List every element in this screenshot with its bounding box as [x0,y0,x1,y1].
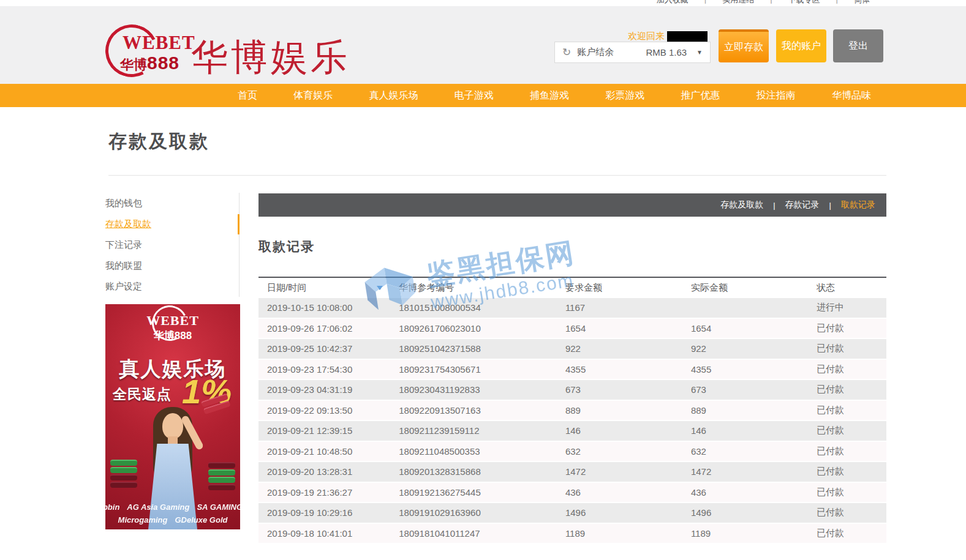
table-cell: 1654 [557,323,682,334]
table-row: 2019-09-25 10:42:37180925104237158892292… [258,339,886,360]
table-cell: 1167 [557,302,682,313]
balance-box[interactable]: ↻ 账户结余 RMB 1.63 ▼ [554,42,711,63]
main-nav: 首页体育娱乐真人娱乐场电子游戏捕鱼游戏彩票游戏推广优惠投注指南华博品味 [0,84,966,107]
sidebar-item[interactable]: 我的钱包 [105,193,239,214]
logo-brand-text: WEBET [123,32,195,54]
table-body: 2019-10-15 10:08:0018101510080005341167进… [258,298,886,544]
topbar-link[interactable]: 加入收藏 [657,0,689,6]
table-cell: 632 [557,446,682,457]
table-cell: 已付款 [808,466,886,477]
table-cell: 已付款 [808,323,886,334]
topbar: 加入收藏|实用连结|下载专区|简体 [0,0,966,6]
nav-item[interactable]: 首页 [238,89,257,102]
table-cell: 146 [557,425,682,436]
banner-subline: 全民返点 [113,385,172,404]
sidebar-item[interactable]: 下注记录 [105,234,239,255]
table-cell: 922 [682,343,808,354]
table-cell: 已付款 [808,425,886,436]
tab-separator: | [773,201,775,210]
nav-item[interactable]: 捕鱼游戏 [530,89,569,102]
main-nav-items: 首页体育娱乐真人娱乐场电子游戏捕鱼游戏彩票游戏推广优惠投注指南华博品味 [238,84,871,107]
table-cell: 1809211048500353 [390,446,557,457]
record-tab[interactable]: 存款及取款 [720,200,763,211]
header-reference[interactable]: 华博参考编号 [390,282,557,294]
my-account-button[interactable]: 我的账户 [776,29,826,62]
table-row: 2019-09-22 09:13:50180922091350716388988… [258,401,886,422]
table-cell: 889 [557,405,682,416]
nav-item[interactable]: 体育娱乐 [293,89,333,102]
table-row: 2019-09-26 17:06:02180926170602301016541… [258,319,886,340]
nav-item[interactable]: 推广优惠 [681,89,720,102]
table-row: 2019-09-23 17:54:30180923175430567143554… [258,360,886,381]
logo-site-name: 华博娱乐 [191,33,350,83]
topbar-separator: | [836,0,838,6]
table-cell: 已付款 [808,528,886,539]
table-cell: 2019-09-20 13:28:31 [258,466,390,477]
table-row: 2019-09-20 13:28:31180920132831586814721… [258,462,886,483]
table-row: 2019-09-18 10:41:01180918104101124711891… [258,524,886,545]
banner-provider-logos: bbinAG Asia GamingSA GAMING MicrogamingG… [105,499,240,525]
promo-banner[interactable]: WEBET 华博888 真人娱乐场 全民返点 1% bbinAG Asia Ga… [105,304,240,529]
nav-item[interactable]: 华博品味 [832,89,871,102]
table-cell: 1810151008000534 [390,302,557,313]
topbar-link[interactable]: 简体 [854,0,870,6]
topbar-link[interactable]: 实用连结 [722,0,754,6]
table-cell: 1472 [557,466,682,477]
table-cell: 1809181041011247 [390,528,557,539]
header-actual-amount[interactable]: 实际金额 [682,282,808,294]
record-tab[interactable]: 存款记录 [785,200,820,211]
table-cell: 4355 [682,364,808,375]
table-row: 2019-10-15 10:08:0018101510080005341167进… [258,298,886,319]
table-cell: 4355 [557,364,682,375]
banner-brand-sub: 华博888 [105,329,240,343]
topbar-links: 加入收藏|实用连结|下载专区|简体 [657,0,870,6]
topbar-separator: | [704,0,706,6]
sort-desc-icon[interactable] [377,286,383,290]
table-cell: 436 [557,487,682,498]
sidebar-item[interactable]: 我的联盟 [105,255,239,276]
sidebar-item[interactable]: 账户设定 [105,276,239,297]
brand-logo[interactable]: WEBET 华博888 华博娱乐 [104,17,361,78]
topbar-link[interactable]: 下载专区 [788,0,820,6]
header-date[interactable]: 日期/时间 [258,282,390,294]
sidebar-border [239,193,240,297]
sidebar-item[interactable]: 存款及取款 [105,214,239,234]
table-cell: 1809220913507163 [390,405,557,416]
logout-button[interactable]: 登出 [833,29,883,62]
table-header-row: 日期/时间 华博参考编号 要求金额 实际金额 状态 [258,277,886,298]
site-header: WEBET 华博888 华博娱乐 欢迎回来！ ↻ 账户结余 RMB 1.63 ▼… [0,6,966,84]
title-divider [108,175,886,176]
table-cell: 进行中 [808,302,886,313]
chevron-down-icon[interactable]: ▼ [696,49,703,56]
table-cell: 已付款 [808,487,886,498]
table-cell: 已付款 [808,384,886,395]
header-status[interactable]: 状态 [808,282,886,294]
banner-logos-row2: MicrogamingGDeluxe Gold [105,515,240,525]
table-cell: 已付款 [808,364,886,375]
tab-separator: | [829,201,831,210]
refresh-icon[interactable]: ↻ [562,46,571,59]
banner-brand-text: WEBET [105,313,240,329]
banner-logos-row1: bbinAG Asia GamingSA GAMING [105,502,240,512]
table-cell: 2019-09-19 21:36:27 [258,487,390,498]
username-redacted [667,31,708,42]
table-cell: 922 [557,343,682,354]
model-face [162,413,183,439]
nav-item[interactable]: 投注指南 [757,89,796,102]
deposit-button[interactable]: 立即存款 [719,29,769,62]
table-cell: 2019-09-21 10:48:50 [258,446,390,457]
provider-logo: GDeluxe Gold [175,515,227,525]
table-cell: 1496 [557,507,682,518]
nav-item[interactable]: 电子游戏 [455,89,494,102]
header-requested-amount[interactable]: 要求金额 [557,282,682,294]
record-tab[interactable]: 取款记录 [841,200,875,211]
table-cell: 已付款 [808,446,886,457]
logo-sub-text: 华博888 [120,53,179,74]
section-title: 取款记录 [258,238,315,255]
nav-item[interactable]: 真人娱乐场 [369,89,418,102]
poker-chips-right [208,461,235,490]
table-cell: 已付款 [808,405,886,416]
page: 加入收藏|实用连结|下载专区|简体 WEBET 华博888 华博娱乐 欢迎回来！… [0,0,966,560]
nav-item[interactable]: 彩票游戏 [605,89,644,102]
table-cell: 1809230431192833 [390,384,557,395]
